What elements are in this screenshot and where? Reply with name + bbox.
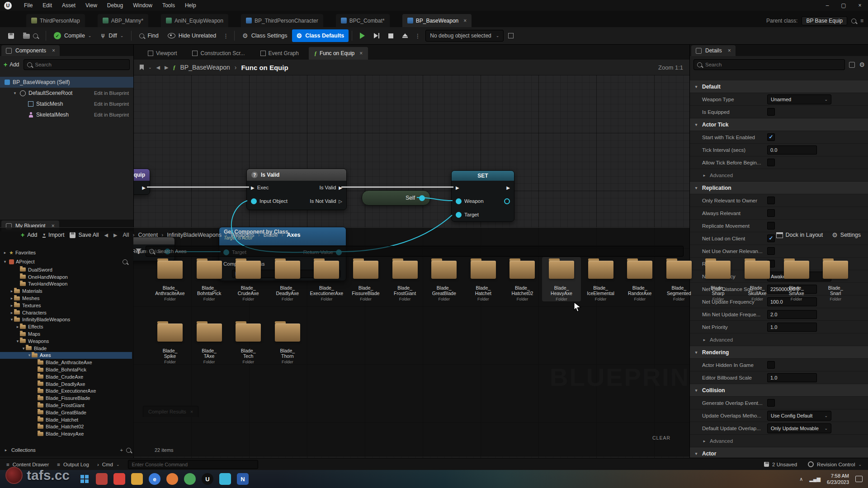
tree-row-effects[interactable]: ▸Effects xyxy=(0,323,132,330)
filter-funnel-icon[interactable] xyxy=(136,249,142,254)
asset-folder-blade-executioneraxe[interactable]: Blade_ ExecutionerAxeFolder xyxy=(307,257,346,301)
play-options-icon[interactable]: ⋮ xyxy=(412,33,423,39)
details-search-input[interactable]: Search xyxy=(693,59,845,70)
asset-tab-bpc-combat[interactable]: BPC_Combat* xyxy=(336,14,390,27)
object-pin[interactable] xyxy=(504,198,510,204)
content-drawer-toggle[interactable]: ≡ Content Drawer xyxy=(6,462,49,467)
asset-folder-blade-anthraciteaxe[interactable]: Blade_ AnthraciteAxeFolder xyxy=(151,257,189,301)
chevron-right-icon[interactable]: ▸ xyxy=(9,289,14,293)
start-button[interactable] xyxy=(80,475,89,483)
diff-button[interactable]: ⋔ Diff⌄ xyxy=(96,29,128,42)
tree-row-blade-heavyaxe[interactable]: Blade_HeavyAxe xyxy=(0,430,132,437)
value-input[interactable]: 0.0 xyxy=(767,145,817,155)
menu-asset[interactable]: Asset xyxy=(57,0,80,11)
path-crumb-all[interactable]: All xyxy=(123,232,129,238)
chevron-down-icon[interactable]: ▾ xyxy=(21,346,26,351)
chevron-down-icon[interactable]: ▾ xyxy=(13,91,17,95)
exec-pin[interactable]: ▶ xyxy=(251,185,255,190)
chevron-down-icon[interactable]: ▾ xyxy=(27,353,32,357)
save-all-button[interactable]: Save All xyxy=(70,232,99,238)
tree-row-blade-greatblade[interactable]: Blade_GreatBlade xyxy=(0,409,132,416)
asset-folder-blade-frostgiant[interactable]: Blade_ FrostGiantFolder xyxy=(386,257,425,301)
edit-in-blueprint-link[interactable]: Edit in Blueprint xyxy=(94,90,129,96)
details-tab[interactable]: Details × xyxy=(691,45,736,56)
menu-edit[interactable]: Edit xyxy=(38,0,57,11)
asset-folder-blade-deadlyaxe[interactable]: Blade_ DeadlyAxeFolder xyxy=(268,257,307,301)
import-button[interactable]: ▾ Import xyxy=(42,232,64,238)
asset-folder-blade-segmented[interactable]: Blade_ SegmentedFolder xyxy=(660,257,698,301)
chevron-down-icon[interactable]: ▾ xyxy=(9,317,14,322)
tree-row-axes[interactable]: ▾Axes xyxy=(0,352,132,359)
checkbox[interactable] xyxy=(767,209,775,217)
tree-row-characters[interactable]: ▸Characters xyxy=(0,309,132,316)
taskbar-clock[interactable]: 7:58 AM 6/23/2023 xyxy=(827,473,849,485)
path-crumb-blade[interactable]: Blade xyxy=(263,232,278,238)
details-section-actor-tick[interactable]: ▾Actor Tick xyxy=(690,118,868,131)
edit-in-blueprint-link[interactable]: Edit in Blueprint xyxy=(94,112,129,117)
graph-tab-viewport[interactable]: Viewport xyxy=(142,47,182,60)
asset-folder-blade-spike[interactable]: Blade_ SpikeFolder xyxy=(151,320,189,364)
breadcrumb-root[interactable]: BP_BaseWeapon xyxy=(180,64,230,71)
dock-in-layout-button[interactable]: Dock in Layout xyxy=(776,232,823,238)
add-collection-icon[interactable]: + xyxy=(120,447,123,453)
hamburger-menu-icon[interactable]: ≡ xyxy=(860,18,863,24)
eject-button[interactable] xyxy=(398,29,412,42)
tree-row-infinitybladeweapons[interactable]: ▾InfinityBladeWeapons xyxy=(0,316,132,324)
tree-row-onehandweapon[interactable]: OneHandWeapon xyxy=(0,273,132,281)
close-icon[interactable]: × xyxy=(359,50,363,56)
add-asset-button[interactable]: + Add xyxy=(21,231,37,239)
node-self[interactable]: Self xyxy=(362,190,430,206)
menu-window[interactable]: Window xyxy=(128,0,157,11)
more-options-icon[interactable]: ⋮ xyxy=(221,33,231,39)
class-defaults-button[interactable]: ⚙Class Defaults xyxy=(292,29,349,42)
back-icon[interactable]: ◀ xyxy=(104,232,108,238)
close-icon[interactable]: × xyxy=(463,18,467,24)
menu-tools[interactable]: Tools xyxy=(157,0,180,11)
chevron-down-icon[interactable]: ▾ xyxy=(15,339,20,343)
object-pin[interactable] xyxy=(456,198,462,204)
class-settings-button[interactable]: ⚙Class Settings xyxy=(238,29,292,42)
tree-row-twohandweapon[interactable]: TwoHandWeapon xyxy=(0,281,132,288)
asset-folder-blade-sharp[interactable]: Blade_ SharpFolder xyxy=(698,257,737,301)
forward-icon[interactable]: ▶ xyxy=(165,65,168,70)
path-crumb-infinitybladeweapons[interactable]: InfinityBladeWeapons xyxy=(167,232,222,238)
path-crumb-weapons[interactable]: Weapons xyxy=(231,232,255,238)
firefox-browser-icon[interactable] xyxy=(166,473,178,485)
component-row-skeletalmesh[interactable]: SkeletalMeshEdit in Blueprint xyxy=(0,109,133,120)
search-icon[interactable] xyxy=(123,259,127,264)
tree-row-textures[interactable]: ▸Textures xyxy=(0,302,132,309)
tree-row-dualsword[interactable]: DualSword xyxy=(0,266,132,273)
component-row-root[interactable]: BP_BaseWeapon (Self) xyxy=(0,77,133,88)
add-component-button[interactable]: + Add xyxy=(4,61,19,68)
tree-row-meshes[interactable]: ▸Meshes xyxy=(0,295,132,302)
chevron-right-icon[interactable]: ▸ xyxy=(9,303,14,308)
components-search-input[interactable]: Search xyxy=(24,59,130,70)
close-window-button[interactable]: × xyxy=(852,2,868,9)
favorites-row[interactable]: ▸ ★ Favorites xyxy=(0,248,132,257)
asset-folder-blade-smaxe[interactable]: Blade_ SmAxeFolder xyxy=(777,257,816,301)
tree-row-blade-deadlyaxe[interactable]: Blade_DeadlyAxe xyxy=(0,380,132,388)
tree-row-blade-hatchet02[interactable]: Blade_Hatchet02 xyxy=(0,423,132,431)
details-section-default[interactable]: ▾Default xyxy=(690,80,868,93)
compile-button[interactable]: ✓ Compile⌄ xyxy=(49,29,96,42)
object-pin[interactable] xyxy=(251,198,257,204)
notepad-app-icon[interactable]: N xyxy=(237,473,249,485)
drawer-settings-button[interactable]: ⚙ Settings xyxy=(832,231,861,239)
asset-folder-blade-heavyaxe[interactable]: Blade_ HeavyAxeFolder xyxy=(542,257,581,301)
collections-row[interactable]: ▸ Collections + xyxy=(0,446,136,455)
asset-folder-blade-crudeaxe[interactable]: Blade_ CrudeAxeFolder xyxy=(229,257,268,301)
checkbox[interactable] xyxy=(767,108,775,116)
tree-row-blade-executioneraxe[interactable]: Blade_ExecutionerAxe xyxy=(0,388,132,395)
path-crumb-content[interactable]: Content xyxy=(138,232,158,238)
details-advanced-row[interactable]: ▸Advanced xyxy=(690,169,868,182)
tray-expand-icon[interactable]: ∧ xyxy=(799,476,803,482)
console-command-input[interactable]: Enter Console Command xyxy=(128,460,258,469)
edge-browser-icon[interactable]: e xyxy=(149,473,160,485)
chevron-right-icon[interactable]: ▸ xyxy=(9,296,14,300)
asset-folder-blade-taxe[interactable]: Blade_ TAxeFolder xyxy=(190,320,229,364)
checkbox[interactable]: ✓ xyxy=(767,133,775,141)
checkbox[interactable] xyxy=(767,159,775,166)
asset-folder-blade-fissureblade[interactable]: Blade_ FissureBladeFolder xyxy=(346,257,385,301)
exec-pin[interactable]: ▶ xyxy=(142,185,146,190)
unreal-logo-icon[interactable]: U xyxy=(4,2,12,9)
